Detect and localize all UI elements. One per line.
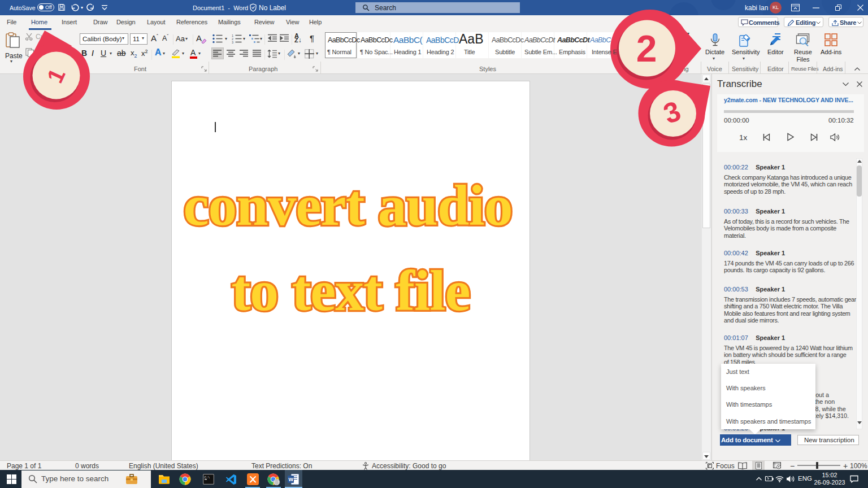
svg-text:W: W [289, 477, 294, 482]
svg-text:C:\: C:\ [205, 476, 210, 480]
svg-text:3: 3 [232, 41, 233, 43]
